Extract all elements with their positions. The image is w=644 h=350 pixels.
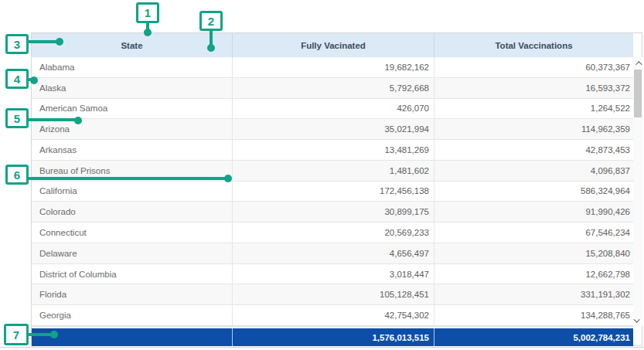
- cell-total-vaccinations: 12,662,798: [434, 264, 633, 284]
- cell-total-vaccinations: 586,324,964: [434, 182, 633, 202]
- cell-fully-vaccinated: 426,070: [233, 99, 434, 119]
- annotation-callout-3: 3: [5, 34, 29, 54]
- cell-fully-vaccinated: 19,682,162: [233, 57, 434, 77]
- cell-total-vaccinations: 134,288,765: [434, 305, 633, 325]
- annotation-callout-4: 4: [5, 69, 29, 89]
- table-row[interactable]: Arkansas 13,481,269 42,873,453: [32, 140, 633, 161]
- cell-total-vaccinations: 4,096,837: [434, 161, 633, 181]
- chevron-down-icon: [633, 316, 639, 322]
- table-body: Alabama 19,682,162 60,373,367 Alaska 5,7…: [32, 57, 633, 326]
- table-row[interactable]: Alaska 5,792,668 16,593,372: [32, 78, 633, 99]
- table-row[interactable]: Arizona 35,021,994 114,962,359: [32, 119, 633, 140]
- vertical-scrollbar[interactable]: [633, 57, 642, 326]
- annotation-callout-1: 1: [136, 2, 159, 23]
- cell-fully-vaccinated: 4,656,497: [233, 243, 434, 263]
- cell-state: Georgia: [32, 305, 233, 325]
- column-header-state[interactable]: State: [32, 33, 233, 57]
- cell-state: Connecticut: [32, 223, 233, 243]
- cell-state: Alabama: [32, 57, 233, 77]
- scroll-down-button[interactable]: [633, 314, 642, 326]
- canvas-bottom-border: [0, 347, 644, 348]
- cell-state: Florida: [32, 284, 233, 304]
- annotation-callout-5: 5: [5, 108, 29, 128]
- totals-cell-fully-vaccinated: 1,576,013,515: [233, 328, 434, 346]
- annotation-7-connector: [27, 333, 52, 336]
- cell-fully-vaccinated: 30,899,175: [233, 202, 434, 222]
- annotation-callout-6: 6: [5, 165, 29, 185]
- table-row[interactable]: Delaware 4,656,497 15,208,840: [32, 243, 633, 264]
- cell-fully-vaccinated: 1,481,602: [233, 161, 434, 181]
- totals-row: 1,576,013,515 5,002,784,231: [32, 328, 633, 346]
- cell-fully-vaccinated: 3,018,447: [233, 264, 434, 284]
- vaccinations-list-table: State Fully Vacinated Total Vaccinations…: [31, 32, 642, 346]
- report-canvas: State Fully Vacinated Total Vaccinations…: [0, 0, 644, 350]
- table-row[interactable]: Georgia 42,754,302 134,288,765: [32, 305, 633, 326]
- cell-total-vaccinations: 60,373,367: [434, 57, 633, 77]
- table-header-row: State Fully Vacinated Total Vaccinations: [32, 33, 633, 57]
- cell-state: California: [32, 182, 233, 202]
- cell-state: Arkansas: [32, 140, 233, 160]
- totals-cell-state: [32, 328, 233, 346]
- cell-fully-vaccinated: 42,754,302: [233, 305, 434, 325]
- scrollbar-thumb[interactable]: [634, 70, 642, 117]
- chevron-up-icon: [635, 61, 642, 67]
- cell-total-vaccinations: 42,873,453: [434, 140, 633, 160]
- cell-total-vaccinations: 1,264,522: [434, 99, 633, 119]
- cell-fully-vaccinated: 172,456,138: [233, 182, 434, 202]
- cell-total-vaccinations: 331,191,302: [434, 284, 633, 304]
- cell-state: Alaska: [32, 78, 233, 98]
- table-row[interactable]: California 172,456,138 586,324,964: [32, 182, 633, 202]
- cell-fully-vaccinated: 35,021,994: [233, 119, 434, 139]
- annotation-2-dot: [207, 44, 215, 52]
- annotation-callout-7: 7: [4, 324, 29, 345]
- cell-state: American Samoa: [32, 99, 233, 119]
- cell-state: Delaware: [32, 243, 233, 263]
- annotation-5-dot: [74, 117, 82, 124]
- annotation-1-dot: [144, 29, 152, 36]
- column-header-fully-vaccinated[interactable]: Fully Vacinated: [233, 33, 434, 57]
- cell-fully-vaccinated: 20,569,233: [233, 223, 434, 243]
- cell-total-vaccinations: 15,208,840: [434, 243, 633, 263]
- cell-total-vaccinations: 91,990,426: [434, 202, 633, 222]
- cell-total-vaccinations: 114,962,359: [434, 119, 633, 139]
- annotation-3-dot: [56, 38, 63, 46]
- table-row[interactable]: Colorado 30,899,175 91,990,426: [32, 202, 633, 223]
- cell-state: Arizona: [32, 119, 233, 139]
- table-row[interactable]: American Samoa 426,070 1,264,522: [32, 99, 633, 120]
- totals-cell-total-vaccinations: 5,002,784,231: [434, 328, 633, 346]
- annotation-6-connector: [26, 177, 226, 180]
- scroll-up-button[interactable]: [633, 57, 642, 69]
- cell-fully-vaccinated: 105,128,451: [233, 284, 434, 304]
- column-header-total-vaccinations[interactable]: Total Vaccinations: [434, 33, 633, 57]
- table-row[interactable]: Connecticut 20,569,233 67,546,234: [32, 223, 633, 243]
- annotation-7-dot: [50, 331, 58, 338]
- cell-fully-vaccinated: 13,481,269: [233, 140, 434, 160]
- cell-total-vaccinations: 67,546,234: [434, 223, 633, 243]
- annotation-3-connector: [26, 40, 57, 43]
- annotation-callout-2: 2: [199, 11, 223, 31]
- cell-fully-vaccinated: 5,792,668: [233, 78, 434, 98]
- annotation-5-connector: [26, 118, 76, 121]
- table-row[interactable]: Alabama 19,682,162 60,373,367: [32, 57, 633, 78]
- cell-total-vaccinations: 16,593,372: [434, 78, 633, 98]
- table-row[interactable]: Florida 105,128,451 331,191,302: [32, 284, 633, 305]
- cell-state: Colorado: [32, 202, 233, 222]
- annotation-6-dot: [224, 175, 232, 182]
- annotation-4-dot: [30, 76, 38, 84]
- table-row[interactable]: District of Columbia 3,018,447 12,662,79…: [32, 264, 633, 285]
- cell-state: District of Columbia: [32, 264, 233, 284]
